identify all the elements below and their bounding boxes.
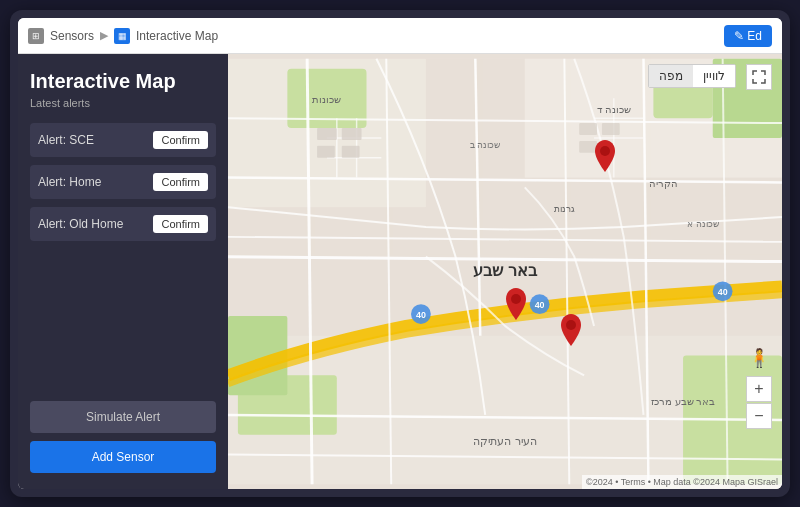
svg-text:שכונה א: שכונה א xyxy=(687,219,718,229)
title-bar-left: ⊞ Sensors ▶ ▦ Interactive Map xyxy=(28,28,218,44)
alert-old-home-label: Alert: Old Home xyxy=(38,217,123,231)
svg-rect-42 xyxy=(317,128,337,140)
edit-icon: ✎ xyxy=(734,29,744,43)
svg-text:40: 40 xyxy=(535,300,545,310)
svg-point-52 xyxy=(511,294,521,304)
svg-text:באר שבע: באר שבע xyxy=(473,262,537,279)
fullscreen-button[interactable] xyxy=(746,64,772,90)
svg-rect-43 xyxy=(342,128,362,140)
svg-text:שכונה ד: שכונה ד xyxy=(597,104,631,115)
svg-rect-45 xyxy=(342,146,360,158)
svg-text:40: 40 xyxy=(416,310,426,320)
svg-text:באר שבע מרכז: באר שבע מרכז xyxy=(651,396,716,407)
sidebar-spacer xyxy=(30,249,216,401)
page-title-bar: Interactive Map xyxy=(136,29,218,43)
svg-point-51 xyxy=(600,146,610,156)
main-content: Interactive Map Latest alerts Alert: SCE… xyxy=(18,54,782,489)
tab-map[interactable]: מפה xyxy=(649,65,693,87)
confirm-sce-button[interactable]: Confirm xyxy=(153,131,208,149)
zoom-in-button[interactable]: + xyxy=(746,376,772,402)
svg-text:שכונה ב: שכונה ב xyxy=(470,140,500,150)
map-svg: 40 40 40 באר שבע שכונות שכונה ד שכונה ב … xyxy=(228,54,782,489)
person-marker: 🧍 xyxy=(748,347,770,369)
svg-text:שכונות: שכונות xyxy=(312,94,341,105)
map-pin-3[interactable] xyxy=(559,314,583,350)
map-container[interactable]: 40 40 40 באר שבע שכונות שכונה ד שכונה ב … xyxy=(228,54,782,489)
map-tabs: מפה לוויין xyxy=(648,64,736,88)
fullscreen-icon xyxy=(752,70,766,84)
map-pin-1[interactable] xyxy=(593,140,617,176)
alert-item-sce: Alert: SCE Confirm xyxy=(30,123,216,157)
pin-icon-3 xyxy=(559,314,583,346)
svg-text:העיר העתיקה: העיר העתיקה xyxy=(473,435,536,447)
map-controls: + − xyxy=(746,376,772,429)
svg-text:40: 40 xyxy=(718,287,728,297)
zoom-out-button[interactable]: − xyxy=(746,403,772,429)
pin-icon-1 xyxy=(593,140,617,172)
sensors-icon: ⊞ xyxy=(28,28,44,44)
alert-item-home: Alert: Home Confirm xyxy=(30,165,216,199)
alert-home-label: Alert: Home xyxy=(38,175,101,189)
edit-button[interactable]: ✎ Ed xyxy=(724,25,772,47)
alert-item-old-home: Alert: Old Home Confirm xyxy=(30,207,216,241)
simulate-alert-button[interactable]: Simulate Alert xyxy=(30,401,216,433)
sidebar-title: Interactive Map xyxy=(30,70,216,93)
confirm-old-home-button[interactable]: Confirm xyxy=(153,215,208,233)
screen: ⊞ Sensors ▶ ▦ Interactive Map ✎ Ed Inter… xyxy=(18,18,782,489)
breadcrumb-separator: ▶ xyxy=(100,29,108,42)
sidebar: Interactive Map Latest alerts Alert: SCE… xyxy=(18,54,228,489)
confirm-home-button[interactable]: Confirm xyxy=(153,173,208,191)
sidebar-subtitle: Latest alerts xyxy=(30,97,216,109)
grid-icon: ▦ xyxy=(114,28,130,44)
svg-text:הקריה: הקריה xyxy=(649,178,678,189)
map-pin-2[interactable] xyxy=(504,288,528,324)
map-attribution: ©2024 • Terms • Map data ©2024 Mapa GISr… xyxy=(582,475,782,489)
svg-text:גרנות: גרנות xyxy=(554,204,575,214)
svg-rect-47 xyxy=(602,123,620,135)
pin-icon-2 xyxy=(504,288,528,320)
tab-satellite[interactable]: לוויין xyxy=(693,65,735,87)
svg-point-53 xyxy=(566,320,576,330)
add-sensor-button[interactable]: Add Sensor xyxy=(30,441,216,473)
svg-rect-46 xyxy=(579,123,597,135)
laptop-frame: ⊞ Sensors ▶ ▦ Interactive Map ✎ Ed Inter… xyxy=(10,10,790,497)
title-bar: ⊞ Sensors ▶ ▦ Interactive Map ✎ Ed xyxy=(18,18,782,54)
svg-rect-44 xyxy=(317,146,335,158)
alert-sce-label: Alert: SCE xyxy=(38,133,94,147)
sensors-label: Sensors xyxy=(50,29,94,43)
